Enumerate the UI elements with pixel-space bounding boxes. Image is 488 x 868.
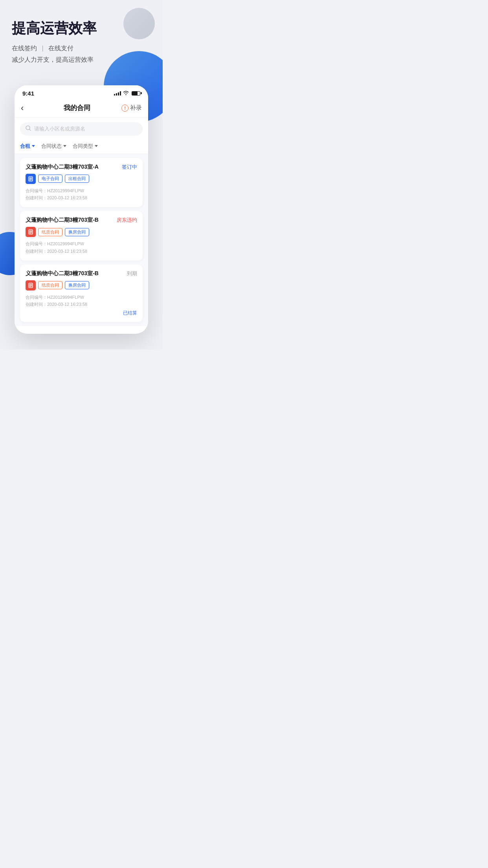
contract-card-2[interactable]: 义蓬购物中心二期3幢703室-B 房东违约 纸质合同 换房 (20, 211, 143, 260)
contract-card-2-tags: 纸质合同 换房合同 (26, 227, 137, 237)
hero-section: 提高运营效率 在线签约 | 在线支付 减少人力开支，提高运营效率 (0, 0, 163, 74)
status-time: 9:41 (22, 90, 34, 97)
signal-bar-3 (118, 92, 119, 96)
contract-card-1-title: 义蓬购物中心二期3幢703室-A (26, 164, 119, 171)
settled-badge: 已结算 (123, 310, 137, 316)
hero-subtitle: 在线签约 | 在线支付 减少人力开支，提高运营效率 (12, 43, 151, 66)
supplement-icon: ! (121, 105, 128, 112)
contract-card-1-status: 签订中 (122, 164, 137, 171)
supplement-button[interactable]: ! 补录 (121, 104, 142, 112)
filter-tab-type-arrow (95, 145, 98, 147)
filter-tabs: 合租 合同状态 合同类型 (15, 139, 148, 154)
search-icon (26, 125, 31, 132)
back-button[interactable]: ‹ (21, 103, 33, 113)
contract-card-3[interactable]: 义蓬购物中心二期3幢703室-B 到期 纸质合同 换房合同 (20, 265, 143, 322)
status-bar: 9:41 (15, 85, 148, 99)
contract-card-3-title: 义蓬购物中心二期3幢703室-B (26, 270, 124, 277)
supplement-label: 补录 (130, 104, 142, 112)
search-placeholder: 请输入小区名或房源名 (34, 125, 85, 132)
filter-tab-status-label: 合同状态 (41, 143, 62, 150)
hero-subtitle-line2: 减少人力开支，提高运营效率 (12, 54, 151, 66)
contract-card-3-status: 到期 (127, 270, 137, 277)
tag-paper-3: 纸质合同 (38, 281, 62, 289)
contract-no-label-1: 合同编号： (26, 188, 47, 193)
contract-card-2-status: 房东违约 (117, 217, 137, 224)
contract-card-3-tags: 纸质合同 换房合同 (26, 280, 137, 291)
contract-card-1-tags: 电子合同 出租合同 (26, 174, 137, 184)
contract-no-label-2: 合同编号： (26, 241, 47, 246)
contract-no-3: HZ20129994FLPW (47, 295, 84, 300)
contract-list: 义蓬购物中心二期3幢703室-A 签订中 电子合同 出租合 (15, 154, 148, 326)
tag-rental: 出租合同 (65, 175, 89, 183)
created-time-2: 2020-03-12 16:23:58 (47, 249, 87, 254)
hero-subtitle-divider: | (42, 45, 43, 51)
contract-no-label-3: 合同编号： (26, 295, 47, 300)
status-icons (114, 90, 140, 96)
hero-subtitle-line1-part2: 在线支付 (48, 45, 73, 51)
filter-tab-status-arrow (63, 145, 66, 147)
contract-card-2-header: 义蓬购物中心二期3幢703室-B 房东违约 (26, 217, 137, 224)
contract-card-3-header: 义蓬购物中心二期3幢703室-B 到期 (26, 270, 137, 277)
contract-card-2-meta: 合同编号：HZ20129994FLPW 创建时间：2020-03-12 16:2… (26, 240, 137, 255)
contract-icon-3 (26, 280, 36, 291)
contract-card-1[interactable]: 义蓬购物中心二期3幢703室-A 签订中 电子合同 出租合 (20, 158, 143, 207)
contract-card-3-footer: 已结算 (26, 310, 137, 316)
signal-icon (114, 91, 121, 96)
contract-icon-2 (26, 227, 36, 237)
filter-tab-hezhu-arrow (32, 145, 35, 147)
tag-swap: 换房合同 (65, 228, 89, 236)
created-label-2: 创建时间： (26, 249, 47, 254)
tag-paper: 纸质合同 (38, 228, 62, 236)
created-time-3: 2020-03-12 16:23:58 (47, 302, 87, 307)
hero-title: 提高运营效率 (12, 20, 151, 37)
tag-electronic: 电子合同 (38, 175, 62, 183)
svg-line-1 (29, 129, 31, 131)
filter-tab-status[interactable]: 合同状态 (41, 143, 66, 150)
contract-no-2: HZ20129994FLPW (47, 241, 84, 246)
wifi-icon (123, 90, 129, 96)
signal-bar-2 (116, 93, 117, 96)
contract-card-2-title: 义蓬购物中心二期3幢703室-B (26, 217, 114, 224)
hero-subtitle-line1-part1: 在线签约 (12, 45, 37, 51)
battery-icon (132, 91, 140, 96)
contract-card-1-header: 义蓬购物中心二期3幢703室-A 签订中 (26, 164, 137, 171)
created-label-3: 创建时间： (26, 302, 47, 307)
contract-icon-1 (26, 174, 36, 184)
created-time-1: 2020-03-12 16:23:58 (47, 195, 87, 200)
nav-bar: ‹ 我的合同 ! 补录 (15, 99, 148, 118)
signal-bar-4 (120, 91, 121, 96)
search-container: 请输入小区名或房源名 (15, 118, 148, 139)
tag-swap-3: 换房合同 (65, 281, 89, 289)
page-wrapper: 提高运营效率 在线签约 | 在线支付 减少人力开支，提高运营效率 9:41 (0, 0, 163, 349)
signal-bar-1 (114, 94, 115, 96)
search-bar[interactable]: 请输入小区名或房源名 (20, 122, 143, 136)
filter-tab-hezhu-label: 合租 (20, 143, 30, 150)
created-label-1: 创建时间： (26, 195, 47, 200)
nav-title: 我的合同 (64, 103, 90, 112)
filter-tab-type-label: 合同类型 (73, 143, 93, 150)
filter-tab-hezhu[interactable]: 合租 (20, 143, 35, 150)
battery-fill (132, 92, 138, 95)
phone-mockup: 9:41 (15, 85, 148, 334)
contract-no-1: HZ20129994FLPW (47, 188, 84, 193)
filter-tab-type[interactable]: 合同类型 (73, 143, 98, 150)
contract-card-1-meta: 合同编号：HZ20129994FLPW 创建时间：2020-03-12 16:2… (26, 187, 137, 202)
contract-card-3-meta: 合同编号：HZ20129994FLPW 创建时间：2020-03-12 16:2… (26, 294, 137, 308)
